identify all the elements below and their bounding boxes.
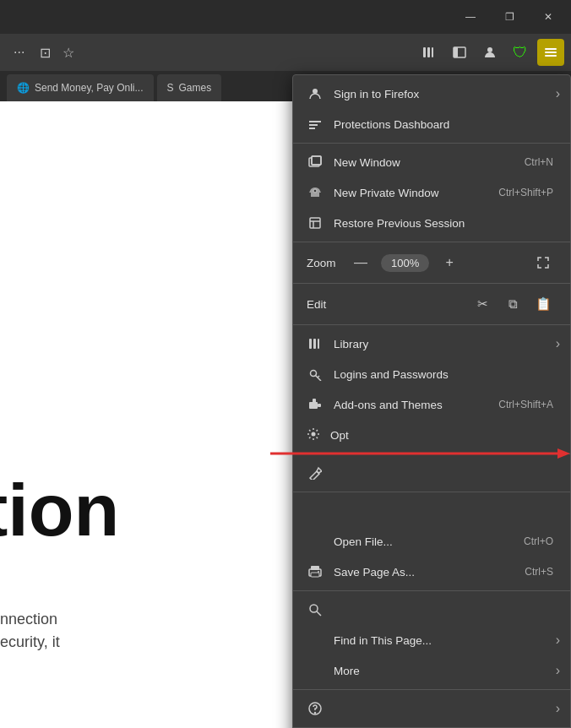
edit-label: Edit (307, 298, 340, 311)
svg-marker-29 (557, 448, 570, 459)
menu-item-addons[interactable]: Add-ons and Themes Ctrl+Shift+A (293, 389, 570, 420)
svg-point-16 (313, 189, 317, 193)
paste-button[interactable]: 📋 (530, 292, 557, 316)
menu-item-protections[interactable]: Protections Dashboard (293, 109, 570, 139)
protections-label: Protections Dashboard (334, 118, 449, 131)
library-menu-icon (307, 335, 324, 352)
menu-item-library[interactable]: Library (293, 329, 570, 359)
menu-item-help[interactable] (293, 693, 570, 724)
pocket-icon[interactable]: ⊡ (36, 41, 54, 64)
svg-rect-14 (312, 156, 321, 165)
title-bar: — ❐ ✕ (0, 0, 571, 34)
svg-rect-25 (318, 404, 321, 407)
menu-item-open-file[interactable] (293, 496, 570, 526)
zoom-increase-button[interactable]: + (436, 251, 463, 274)
page-body-text: nnection ecurity, it (0, 608, 60, 654)
new-window-shortcut: Ctrl+N (525, 156, 557, 168)
tab-favicon-send-money: 🌐 (17, 82, 30, 94)
zoom-fullscreen-button[interactable] (530, 251, 557, 274)
account-button[interactable] (476, 39, 503, 66)
print-label: Save Page As... (334, 566, 415, 579)
svg-rect-1 (427, 47, 430, 57)
options-partial-label: Opt (330, 429, 349, 442)
svg-rect-2 (432, 47, 433, 57)
restore-session-icon (307, 215, 324, 231)
menu-item-save-page[interactable]: Open File... Ctrl+O (293, 526, 570, 557)
separator-5 (293, 492, 570, 492)
library-label: Library (334, 338, 368, 350)
tab-label-send-money: Send Money, Pay Onli... (35, 82, 144, 94)
edit-icons: ✂ ⧉ 📋 (469, 292, 557, 316)
svg-point-37 (315, 713, 316, 714)
toolbar: ··· ⊡ ☆ 🛡 (0, 34, 571, 71)
tab-favicon-games: S (167, 82, 174, 94)
separator-2 (293, 242, 570, 242)
separator-3 (293, 283, 570, 284)
new-private-shortcut: Ctrl+Shift+P (498, 187, 557, 198)
sign-in-icon (307, 85, 324, 102)
separator-7 (293, 689, 570, 690)
addons-shortcut: Ctrl+Shift+A (498, 399, 557, 410)
web-developer-icon (307, 662, 324, 679)
tab-label-games: Games (179, 82, 212, 94)
hamburger-menu-button[interactable] (537, 39, 564, 66)
red-arrow-svg (270, 447, 571, 464)
menu-item-web-developer[interactable]: More (293, 655, 570, 686)
menu-item-options-partial[interactable]: Opt (293, 420, 570, 450)
close-button[interactable]: ✕ (529, 3, 568, 30)
ellipsis-button[interactable]: ··· (7, 41, 31, 63)
addons-label: Add-ons and Themes (334, 399, 443, 411)
svg-point-33 (318, 571, 319, 573)
restore-button[interactable]: ❐ (490, 3, 529, 30)
new-private-label: New Private Window (334, 187, 439, 199)
web-developer-label: More (334, 665, 360, 677)
sign-in-label: Sign in to Firefox (334, 88, 419, 101)
save-page-label: Open File... (334, 535, 393, 548)
save-page-icon (307, 533, 324, 550)
svg-line-35 (317, 611, 321, 616)
svg-rect-19 (313, 339, 316, 349)
svg-point-5 (487, 47, 492, 52)
sidebar-button[interactable] (446, 39, 473, 66)
print-icon (307, 563, 324, 580)
options-icon (307, 427, 320, 443)
menu-item-find[interactable] (293, 595, 570, 625)
svg-line-23 (318, 376, 319, 378)
cut-button[interactable]: ✂ (469, 292, 496, 316)
svg-rect-26 (313, 399, 316, 403)
open-file-icon (307, 503, 324, 519)
more-icon (307, 632, 324, 649)
svg-rect-32 (311, 573, 319, 577)
toolbar-left: ··· ⊡ ☆ (7, 41, 78, 64)
minimize-button[interactable]: — (451, 3, 490, 30)
menu-item-new-window[interactable]: New Window Ctrl+N (293, 147, 570, 177)
svg-point-34 (310, 605, 318, 612)
svg-point-21 (311, 371, 317, 377)
copy-button[interactable]: ⧉ (499, 292, 526, 316)
tab-games[interactable]: S Games (157, 74, 222, 101)
zoom-decrease-button[interactable]: — (347, 251, 374, 274)
new-window-label: New Window (334, 156, 400, 169)
new-window-icon (307, 154, 324, 171)
toolbar-right: 🛡 (416, 39, 564, 66)
tab-send-money[interactable]: 🌐 Send Money, Pay Onli... (7, 74, 154, 101)
page-text-line2: ecurity, it (0, 631, 60, 654)
separator-1 (293, 143, 570, 144)
menu-item-new-private[interactable]: New Private Window Ctrl+Shift+P (293, 177, 570, 208)
shield-button[interactable]: 🛡 (507, 39, 534, 66)
svg-rect-17 (310, 218, 320, 228)
customize-icon (307, 465, 324, 481)
star-icon[interactable]: ☆ (59, 41, 78, 64)
menu-item-logins[interactable]: Logins and Passwords (293, 359, 570, 389)
menu-item-more[interactable]: Find in This Page... (293, 625, 570, 655)
more-label: Find in This Page... (334, 634, 432, 647)
library-button[interactable] (416, 39, 443, 66)
menu-item-print[interactable]: Save Page As... Ctrl+S (293, 557, 570, 587)
protections-icon (307, 116, 324, 133)
svg-rect-7 (545, 52, 557, 53)
svg-rect-0 (423, 47, 426, 57)
menu-item-sign-in[interactable]: Sign in to Firefox (293, 79, 570, 109)
menu-item-restore-session[interactable]: Restore Previous Session (293, 208, 570, 238)
page-text-line1: nnection (0, 608, 60, 631)
page-heading: tion (0, 473, 119, 547)
